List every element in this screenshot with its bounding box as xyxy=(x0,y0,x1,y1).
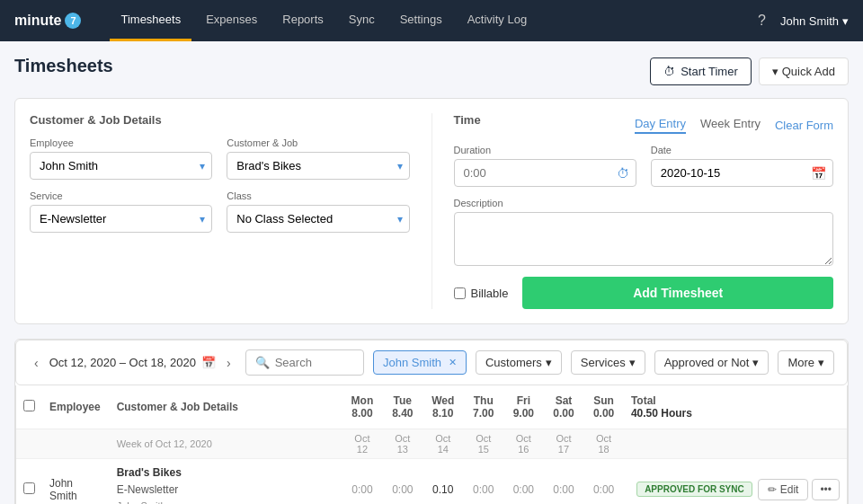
date-group: Date 📅 xyxy=(651,145,833,187)
duration-date-row: Duration ⏱ Date 📅 xyxy=(454,145,834,187)
customer-job-select[interactable]: Brad's Bikes xyxy=(227,152,409,180)
services-filter-button[interactable]: Services ▾ xyxy=(571,350,645,375)
form-left-title: Customer & Job Details xyxy=(30,113,410,127)
calendar-icon: 📅 xyxy=(811,166,826,181)
week-label-row: Week of Oct 12, 2020 Oct 12 Oct 13 Oct 1… xyxy=(16,429,847,459)
edit-icon: ✏ xyxy=(768,483,777,496)
service-label: Service xyxy=(30,190,212,201)
billable-label: Billable xyxy=(471,287,509,300)
cell-thu: 0:00 xyxy=(463,459,503,505)
date-input[interactable] xyxy=(651,159,833,187)
clear-form-button[interactable]: Clear Form xyxy=(775,119,833,132)
employee-filter-chip[interactable]: John Smith ✕ xyxy=(373,350,467,375)
action-buttons: ✏ Edit ••• xyxy=(758,479,840,500)
class-select-wrapper: No Class Selected ▾ xyxy=(227,205,409,233)
tab-week-entry[interactable]: Week Entry xyxy=(700,117,761,134)
filter-row: ‹ Oct 12, 2020 – Oct 18, 2020 📅 › 🔍 John… xyxy=(15,340,848,385)
billable-check: Billable xyxy=(454,287,509,300)
calendar-icon[interactable]: 📅 xyxy=(201,356,216,369)
job-desc: John Smith - xyxy=(117,499,335,504)
col-sun: Sun 0.00 xyxy=(583,385,624,429)
clock-icon: ⏱ xyxy=(617,166,629,181)
date-navigation: ‹ Oct 12, 2020 – Oct 18, 2020 📅 › xyxy=(29,354,236,372)
page-title: Timesheets xyxy=(14,56,113,76)
approved-filter-button[interactable]: Approved or Not ▾ xyxy=(654,350,770,375)
billable-checkbox[interactable] xyxy=(454,287,466,299)
service-group: Service E-Newsletter ▾ xyxy=(30,190,212,233)
employee-customer-row: Employee John Smith ▾ Customer & Job xyxy=(30,137,410,180)
table-header-row: Employee Customer & Job Details Mon 8.00… xyxy=(16,385,847,429)
table-row: John Smith Brad's Bikes E-Newsletter Joh… xyxy=(16,459,847,505)
service-class-row: Service E-Newsletter ▾ Class No Clas xyxy=(30,190,410,233)
col-employee: Employee xyxy=(42,385,110,429)
time-header: Time Day Entry Week Entry Clear Form xyxy=(454,113,834,137)
nav-timesheets[interactable]: Timesheets xyxy=(110,0,191,41)
cell-mon: 0:00 xyxy=(342,459,382,505)
nav-links: Timesheets Expenses Reports Sync Setting… xyxy=(110,0,758,41)
table-container: Employee Customer & Job Details Mon 8.00… xyxy=(15,385,848,504)
col-sat: Sat 0.00 xyxy=(544,385,584,429)
cell-tue: 0:00 xyxy=(383,459,423,505)
select-all-checkbox[interactable] xyxy=(23,400,35,411)
class-label: Class xyxy=(227,190,409,201)
logo-icon: 7 xyxy=(65,13,81,29)
col-total: Total 40.50 Hours xyxy=(624,385,847,429)
prev-date-button[interactable]: ‹ xyxy=(29,354,44,372)
add-timesheet-button[interactable]: Add Timesheet xyxy=(522,277,833,309)
duration-input[interactable] xyxy=(454,159,636,187)
class-group: Class No Class Selected ▾ xyxy=(227,190,409,233)
duration-input-wrapper: ⏱ xyxy=(454,159,636,187)
quick-add-button[interactable]: ▾ Quick Add xyxy=(759,57,849,85)
status-actions-cell: APPROVED FOR SYNC ✏ Edit ••• xyxy=(624,459,847,505)
col-thu: Thu 7.00 xyxy=(463,385,503,429)
employee-group: Employee John Smith ▾ xyxy=(30,137,212,180)
chevron-down-icon: ▾ xyxy=(772,65,778,78)
chevron-down-icon: ▾ xyxy=(629,356,636,369)
customers-filter-button[interactable]: Customers ▾ xyxy=(476,350,562,375)
nav-user[interactable]: John Smith ▾ xyxy=(780,14,849,28)
job-service: E-Newsletter xyxy=(117,482,335,499)
nav-settings[interactable]: Settings xyxy=(389,0,453,41)
employee-select[interactable]: John Smith xyxy=(30,152,212,180)
search-input[interactable] xyxy=(275,356,354,369)
nav-sync[interactable]: Sync xyxy=(338,0,386,41)
row-checkbox[interactable] xyxy=(23,482,35,494)
class-select[interactable]: No Class Selected xyxy=(227,205,409,233)
tab-day-entry[interactable]: Day Entry xyxy=(635,117,686,134)
title-actions: ⏱ Start Timer ▾ Quick Add xyxy=(650,57,849,85)
page-title-row: Timesheets ⏱ Start Timer ▾ Quick Add xyxy=(14,56,849,87)
cell-fri: 0:00 xyxy=(503,459,544,505)
more-filter-button[interactable]: More ▾ xyxy=(778,350,834,375)
help-icon[interactable]: ? xyxy=(758,13,766,29)
edit-button[interactable]: ✏ Edit xyxy=(758,479,809,500)
employee-select-wrapper: John Smith ▾ xyxy=(30,152,212,180)
col-wed: Wed 8.10 xyxy=(423,385,463,429)
nav-activity-log[interactable]: Activity Log xyxy=(457,0,538,41)
job-name: Brad's Bikes xyxy=(117,464,335,482)
customer-job-label: Customer & Job xyxy=(227,137,409,148)
nav-reports[interactable]: Reports xyxy=(271,0,334,41)
date-range: Oct 12, 2020 – Oct 18, 2020 📅 xyxy=(49,356,216,369)
cell-wed: 0.10 xyxy=(423,459,463,505)
service-select[interactable]: E-Newsletter xyxy=(30,205,212,233)
description-textarea[interactable] xyxy=(454,212,834,266)
date-input-wrapper: 📅 xyxy=(651,159,833,187)
description-group: Description xyxy=(454,198,834,266)
nav-expenses[interactable]: Expenses xyxy=(195,0,268,41)
employee-cell: John Smith xyxy=(42,459,110,505)
service-select-wrapper: E-Newsletter ▾ xyxy=(30,205,212,233)
form-right: Time Day Entry Week Entry Clear Form Dur… xyxy=(432,113,834,309)
duration-label: Duration xyxy=(454,145,636,155)
close-icon[interactable]: ✕ xyxy=(449,357,457,368)
time-title: Time xyxy=(454,113,481,127)
form-bottom-row: Billable Add Timesheet xyxy=(454,277,834,309)
next-date-button[interactable]: › xyxy=(221,354,236,372)
form-left: Customer & Job Details Employee John Smi… xyxy=(30,113,410,309)
navigation: minute7 Timesheets Expenses Reports Sync… xyxy=(0,0,863,41)
search-box: 🔍 xyxy=(245,349,364,376)
start-timer-button[interactable]: ⏱ Start Timer xyxy=(650,57,752,85)
job-details-cell: Brad's Bikes E-Newsletter John Smith - xyxy=(110,459,343,505)
more-actions-button[interactable]: ••• xyxy=(812,479,840,500)
timesheets-table: Employee Customer & Job Details Mon 8.00… xyxy=(16,385,847,504)
col-details: Customer & Job Details xyxy=(110,385,343,429)
